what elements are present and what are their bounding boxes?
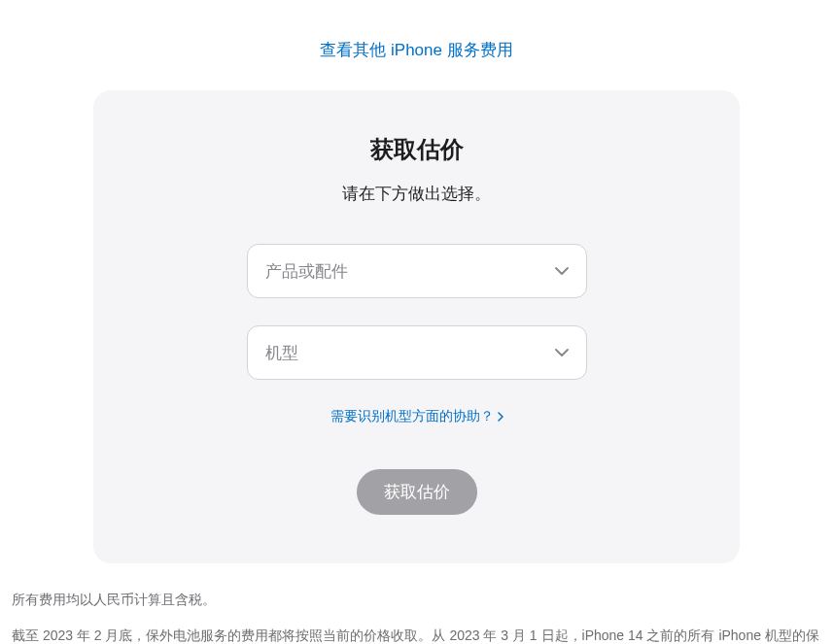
estimate-card: 获取估价 请在下方做出选择。 产品或配件 机型 需要识别机型方面的协助？ 获取估… [93,90,740,563]
help-link-label: 需要识别机型方面的协助？ [330,408,494,425]
card-title: 获取估价 [132,134,701,165]
chevron-down-icon [555,349,569,356]
product-select[interactable]: 产品或配件 [247,244,587,298]
other-services-link[interactable]: 查看其他 iPhone 服务费用 [320,41,512,59]
footer-line-2: 截至 2023 年 2 月底，保外电池服务的费用都将按照当前的价格收取。从 20… [12,624,821,644]
model-select-placeholder: 机型 [265,342,298,364]
help-link-section: 需要识别机型方面的协助？ [132,407,701,425]
top-link-section: 查看其他 iPhone 服务费用 [0,0,833,90]
submit-section: 获取估价 [132,469,701,515]
product-select-placeholder: 产品或配件 [265,260,348,283]
footer-text-section: 所有费用均以人民币计算且含税。 截至 2023 年 2 月底，保外电池服务的费用… [0,563,833,644]
get-estimate-button[interactable]: 获取估价 [357,469,477,515]
chevron-right-icon [498,412,503,422]
product-select-wrapper: 产品或配件 [247,244,587,298]
footer-line-2-text: 截至 2023 年 2 月底，保外电池服务的费用都将按照当前的价格收取。从 20… [12,627,819,644]
chevron-down-icon [555,267,569,275]
footer-line-1: 所有费用均以人民币计算且含税。 [12,588,821,612]
model-select[interactable]: 机型 [247,325,587,380]
model-help-link[interactable]: 需要识别机型方面的协助？ [330,408,503,425]
card-subtitle: 请在下方做出选择。 [132,183,701,205]
model-select-wrapper: 机型 [247,325,587,380]
